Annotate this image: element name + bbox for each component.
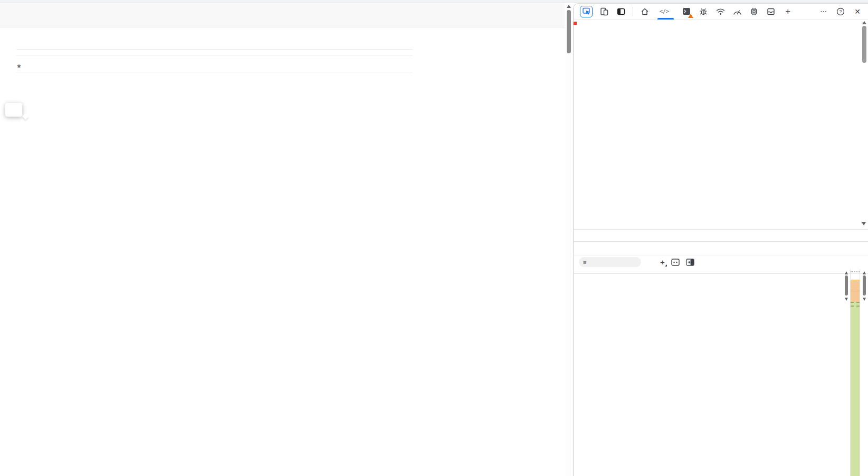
- clipped-css-rule: [574, 274, 868, 278]
- tab-elements[interactable]: </>: [656, 4, 675, 20]
- elements-tree: [574, 20, 868, 229]
- new-style-rule-button[interactable]: +: [660, 258, 665, 266]
- styles-scrollbar-right[interactable]: [860, 269, 868, 476]
- selector-annotation-arrow: [574, 20, 868, 229]
- network-wifi-icon[interactable]: [715, 6, 726, 17]
- console-icon[interactable]: [681, 6, 692, 17]
- elements-tree-scrollbar[interactable]: [860, 20, 868, 229]
- overview-mark: [851, 291, 860, 302]
- scrollbar-thumb[interactable]: [567, 10, 571, 53]
- star-icon: ★: [16, 63, 22, 70]
- sidebar-tabs: [574, 241, 868, 255]
- scroll-down-arrow[interactable]: [863, 298, 866, 301]
- devtools-toolbar: </> + ⋯ ? ✕: [574, 4, 868, 20]
- warning-badge-icon: [688, 14, 693, 18]
- browser-page: ★: [0, 3, 565, 476]
- site-nav: [0, 3, 565, 27]
- scrollbar-thumb[interactable]: [845, 275, 848, 296]
- scrollbar-thumb[interactable]: [863, 275, 866, 296]
- toolbar-separator: [633, 7, 633, 16]
- divider: [16, 72, 413, 72]
- focus-mode-icon[interactable]: [616, 6, 626, 17]
- computed-sidebar-toggle-icon[interactable]: [686, 259, 694, 266]
- element-states-icon[interactable]: [671, 259, 680, 266]
- overview-mark-green: [851, 302, 860, 476]
- scroll-overview-strip: [850, 269, 860, 476]
- inspect-tooltip: [5, 103, 22, 117]
- add-panel-icon[interactable]: +: [783, 6, 793, 17]
- lesson-banner: ★: [16, 60, 413, 72]
- page-scrollbar[interactable]: [565, 3, 573, 476]
- browser-chrome-strip: [0, 0, 868, 3]
- device-emulation-icon[interactable]: [599, 6, 609, 17]
- scroll-up-arrow[interactable]: [862, 21, 866, 24]
- selector-annotation-box: [574, 22, 577, 25]
- scrollbar-thumb[interactable]: [862, 26, 866, 63]
- styles-overview-column: [842, 269, 868, 476]
- application-icon[interactable]: [766, 6, 776, 17]
- close-devtools-icon[interactable]: ✕: [852, 6, 863, 17]
- filter-icon: ≡: [583, 259, 586, 265]
- code-icon: </>: [660, 8, 669, 14]
- overview-mark: [851, 280, 860, 291]
- scroll-down-arrow[interactable]: [862, 222, 866, 225]
- styles-filter-input[interactable]: ≡: [579, 257, 641, 267]
- memory-chip-icon[interactable]: [749, 6, 759, 17]
- scroll-down-arrow[interactable]: [845, 298, 848, 301]
- help-icon[interactable]: ?: [835, 6, 846, 17]
- dom-breadcrumbs: [574, 229, 868, 241]
- performance-gauge-icon[interactable]: [732, 6, 742, 17]
- scroll-up-arrow[interactable]: [567, 5, 571, 8]
- scroll-up-arrow[interactable]: [845, 271, 848, 274]
- home-icon[interactable]: [640, 6, 650, 17]
- divider: [16, 49, 413, 50]
- page-title: [16, 35, 413, 49]
- inspect-element-icon[interactable]: [580, 6, 593, 17]
- styles-scrollbar-left[interactable]: [842, 269, 850, 476]
- styles-pane: [574, 269, 868, 476]
- styles-filter-row: ≡ +: [574, 255, 868, 269]
- scroll-up-arrow[interactable]: [863, 271, 866, 274]
- devtools-panel: </> + ⋯ ? ✕: [573, 3, 868, 476]
- debugger-bug-icon[interactable]: [698, 6, 709, 17]
- divider: [16, 55, 413, 55]
- overview-zero-label: [851, 272, 860, 280]
- svg-text:?: ?: [839, 9, 842, 14]
- more-options-icon[interactable]: ⋯: [818, 6, 829, 17]
